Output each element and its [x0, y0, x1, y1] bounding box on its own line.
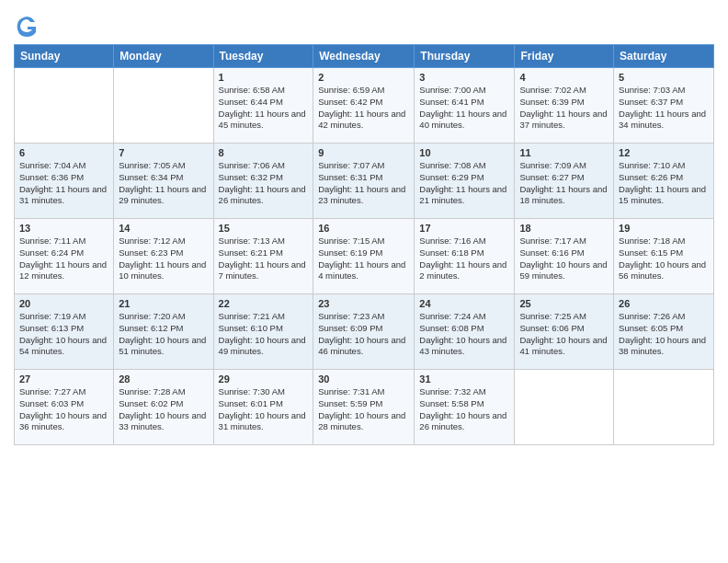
- main-container: SundayMondayTuesdayWednesdayThursdayFrid…: [0, 0, 728, 454]
- day-info: Sunrise: 7:23 AM Sunset: 6:09 PM Dayligh…: [318, 311, 409, 358]
- day-info: Sunrise: 6:59 AM Sunset: 6:42 PM Dayligh…: [318, 85, 409, 132]
- day-info: Sunrise: 7:08 AM Sunset: 6:29 PM Dayligh…: [419, 160, 509, 207]
- calendar-day-cell: [15, 68, 114, 144]
- calendar-day-cell: 23Sunrise: 7:23 AM Sunset: 6:09 PM Dayli…: [313, 294, 415, 370]
- calendar-day-cell: 14Sunrise: 7:12 AM Sunset: 6:23 PM Dayli…: [114, 219, 213, 294]
- day-info: Sunrise: 7:16 AM Sunset: 6:18 PM Dayligh…: [419, 236, 509, 282]
- calendar-day-cell: 31Sunrise: 7:32 AM Sunset: 5:58 PM Dayli…: [415, 370, 515, 445]
- weekday-header-cell: Sunday: [15, 45, 114, 68]
- calendar-day-cell: 9Sunrise: 7:07 AM Sunset: 6:31 PM Daylig…: [313, 144, 415, 219]
- calendar-week-row: 20Sunrise: 7:19 AM Sunset: 6:13 PM Dayli…: [15, 294, 714, 370]
- day-info: Sunrise: 7:00 AM Sunset: 6:41 PM Dayligh…: [419, 85, 509, 132]
- day-number: 29: [219, 373, 309, 385]
- calendar-day-cell: 11Sunrise: 7:09 AM Sunset: 6:27 PM Dayli…: [515, 144, 614, 219]
- day-info: Sunrise: 7:24 AM Sunset: 6:08 PM Dayligh…: [419, 311, 509, 358]
- calendar-day-cell: [114, 68, 213, 144]
- calendar-week-row: 6Sunrise: 7:04 AM Sunset: 6:36 PM Daylig…: [15, 144, 714, 219]
- day-info: Sunrise: 7:10 AM Sunset: 6:26 PM Dayligh…: [619, 160, 709, 207]
- logo: [14, 13, 43, 39]
- day-number: 7: [119, 147, 208, 158]
- day-number: 25: [519, 298, 609, 309]
- weekday-header-cell: Thursday: [415, 45, 515, 68]
- weekday-header-cell: Wednesday: [313, 45, 415, 68]
- day-number: 23: [318, 298, 409, 309]
- day-info: Sunrise: 7:15 AM Sunset: 6:19 PM Dayligh…: [318, 236, 409, 282]
- day-info: Sunrise: 7:06 AM Sunset: 6:32 PM Dayligh…: [219, 160, 309, 207]
- calendar-day-cell: 16Sunrise: 7:15 AM Sunset: 6:19 PM Dayli…: [313, 219, 415, 294]
- calendar-day-cell: 8Sunrise: 7:06 AM Sunset: 6:32 PM Daylig…: [213, 144, 313, 219]
- calendar-day-cell: 10Sunrise: 7:08 AM Sunset: 6:29 PM Dayli…: [415, 144, 515, 219]
- logo-icon: [14, 13, 40, 39]
- calendar-day-cell: 22Sunrise: 7:21 AM Sunset: 6:10 PM Dayli…: [213, 294, 313, 370]
- day-number: 4: [519, 72, 609, 83]
- calendar-day-cell: 17Sunrise: 7:16 AM Sunset: 6:18 PM Dayli…: [415, 219, 515, 294]
- day-number: 13: [19, 223, 108, 234]
- calendar-day-cell: 1Sunrise: 6:58 AM Sunset: 6:44 PM Daylig…: [213, 68, 313, 144]
- day-info: Sunrise: 7:17 AM Sunset: 6:16 PM Dayligh…: [519, 236, 609, 282]
- day-info: Sunrise: 7:05 AM Sunset: 6:34 PM Dayligh…: [119, 160, 208, 207]
- day-number: 14: [119, 223, 208, 234]
- day-info: Sunrise: 7:13 AM Sunset: 6:21 PM Dayligh…: [219, 236, 309, 282]
- calendar-day-cell: 19Sunrise: 7:18 AM Sunset: 6:15 PM Dayli…: [614, 219, 714, 294]
- day-number: 27: [19, 373, 108, 385]
- calendar-day-cell: 27Sunrise: 7:27 AM Sunset: 6:03 PM Dayli…: [15, 370, 114, 445]
- weekday-header-cell: Monday: [114, 45, 213, 68]
- day-info: Sunrise: 7:28 AM Sunset: 6:02 PM Dayligh…: [119, 386, 208, 433]
- calendar-day-cell: 4Sunrise: 7:02 AM Sunset: 6:39 PM Daylig…: [515, 68, 614, 144]
- calendar-day-cell: [614, 370, 714, 445]
- day-number: 19: [619, 223, 709, 234]
- calendar-day-cell: 2Sunrise: 6:59 AM Sunset: 6:42 PM Daylig…: [313, 68, 415, 144]
- calendar-day-cell: 24Sunrise: 7:24 AM Sunset: 6:08 PM Dayli…: [415, 294, 515, 370]
- calendar-week-row: 1Sunrise: 6:58 AM Sunset: 6:44 PM Daylig…: [15, 68, 714, 144]
- day-info: Sunrise: 7:02 AM Sunset: 6:39 PM Dayligh…: [519, 85, 609, 132]
- day-info: Sunrise: 7:30 AM Sunset: 6:01 PM Dayligh…: [219, 386, 309, 433]
- calendar-week-row: 27Sunrise: 7:27 AM Sunset: 6:03 PM Dayli…: [15, 370, 714, 445]
- day-number: 18: [519, 223, 609, 234]
- day-number: 31: [419, 373, 509, 385]
- day-number: 10: [419, 147, 509, 158]
- calendar-day-cell: 28Sunrise: 7:28 AM Sunset: 6:02 PM Dayli…: [114, 370, 213, 445]
- weekday-header-cell: Friday: [515, 45, 614, 68]
- day-number: 8: [219, 147, 309, 158]
- day-number: 5: [619, 72, 709, 83]
- calendar-day-cell: 3Sunrise: 7:00 AM Sunset: 6:41 PM Daylig…: [415, 68, 515, 144]
- day-info: Sunrise: 7:09 AM Sunset: 6:27 PM Dayligh…: [519, 160, 609, 207]
- day-info: Sunrise: 7:11 AM Sunset: 6:24 PM Dayligh…: [19, 236, 108, 282]
- day-info: Sunrise: 7:19 AM Sunset: 6:13 PM Dayligh…: [19, 311, 108, 358]
- day-info: Sunrise: 7:26 AM Sunset: 6:05 PM Dayligh…: [619, 311, 709, 358]
- calendar-day-cell: 18Sunrise: 7:17 AM Sunset: 6:16 PM Dayli…: [515, 219, 614, 294]
- day-number: 26: [619, 298, 709, 309]
- day-number: 28: [119, 373, 208, 385]
- day-info: Sunrise: 7:21 AM Sunset: 6:10 PM Dayligh…: [219, 311, 309, 358]
- day-info: Sunrise: 7:18 AM Sunset: 6:15 PM Dayligh…: [619, 236, 709, 282]
- day-number: 22: [219, 298, 309, 309]
- calendar-day-cell: 12Sunrise: 7:10 AM Sunset: 6:26 PM Dayli…: [614, 144, 714, 219]
- day-number: 1: [219, 72, 309, 83]
- day-info: Sunrise: 7:27 AM Sunset: 6:03 PM Dayligh…: [19, 386, 108, 433]
- day-number: 3: [419, 72, 509, 83]
- calendar-week-row: 13Sunrise: 7:11 AM Sunset: 6:24 PM Dayli…: [15, 219, 714, 294]
- day-info: Sunrise: 7:03 AM Sunset: 6:37 PM Dayligh…: [619, 85, 709, 132]
- weekday-header-row: SundayMondayTuesdayWednesdayThursdayFrid…: [15, 45, 714, 68]
- day-number: 12: [619, 147, 709, 158]
- day-number: 15: [219, 223, 309, 234]
- weekday-header-cell: Tuesday: [213, 45, 313, 68]
- calendar-day-cell: [515, 370, 614, 445]
- weekday-header-cell: Saturday: [614, 45, 714, 68]
- calendar-day-cell: 30Sunrise: 7:31 AM Sunset: 5:59 PM Dayli…: [313, 370, 415, 445]
- calendar-day-cell: 13Sunrise: 7:11 AM Sunset: 6:24 PM Dayli…: [15, 219, 114, 294]
- day-number: 2: [318, 72, 409, 83]
- day-info: Sunrise: 7:04 AM Sunset: 6:36 PM Dayligh…: [19, 160, 108, 207]
- calendar-day-cell: 5Sunrise: 7:03 AM Sunset: 6:37 PM Daylig…: [614, 68, 714, 144]
- day-info: Sunrise: 6:58 AM Sunset: 6:44 PM Dayligh…: [219, 85, 309, 132]
- calendar-day-cell: 29Sunrise: 7:30 AM Sunset: 6:01 PM Dayli…: [213, 370, 313, 445]
- calendar-day-cell: 26Sunrise: 7:26 AM Sunset: 6:05 PM Dayli…: [614, 294, 714, 370]
- calendar-day-cell: 6Sunrise: 7:04 AM Sunset: 6:36 PM Daylig…: [15, 144, 114, 219]
- day-number: 9: [318, 147, 409, 158]
- calendar-table: SundayMondayTuesdayWednesdayThursdayFrid…: [14, 44, 714, 445]
- day-number: 30: [318, 373, 409, 385]
- day-info: Sunrise: 7:12 AM Sunset: 6:23 PM Dayligh…: [119, 236, 208, 282]
- day-number: 6: [19, 147, 108, 158]
- calendar-day-cell: 21Sunrise: 7:20 AM Sunset: 6:12 PM Dayli…: [114, 294, 213, 370]
- calendar-day-cell: 20Sunrise: 7:19 AM Sunset: 6:13 PM Dayli…: [15, 294, 114, 370]
